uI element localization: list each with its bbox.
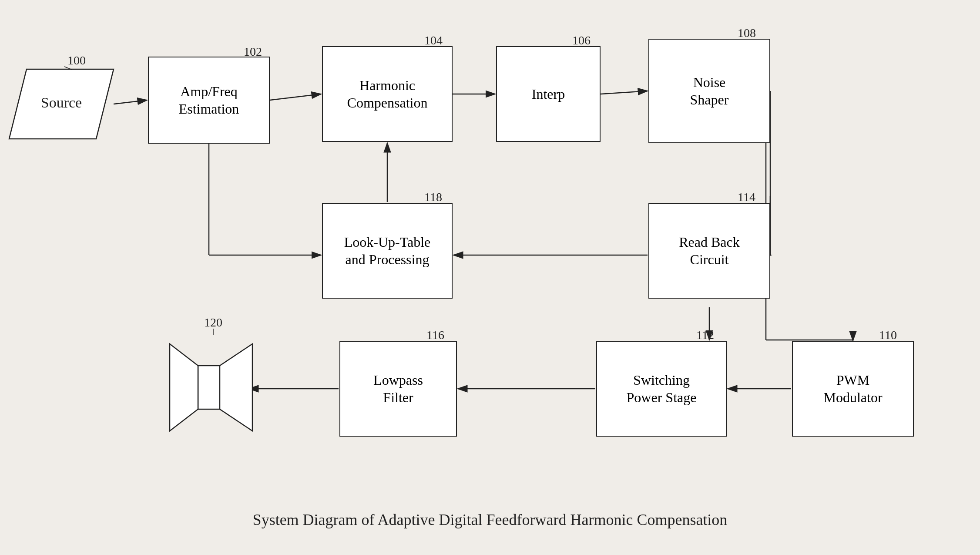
noiseshaper-label: NoiseShaper — [690, 74, 729, 108]
lowpass-num: 116 — [426, 328, 444, 342]
readback-label: Read BackCircuit — [679, 233, 740, 268]
harmonic-num: 104 — [424, 34, 443, 47]
switching-label: SwitchingPower Stage — [627, 371, 697, 406]
lowpass-block: LowpassFilter — [339, 341, 457, 437]
ampfreq-label: Amp/FreqEstimation — [179, 83, 239, 118]
diagram-container: Source 100 120 Amp/FreqEstimation 102 Ha… — [0, 0, 980, 555]
lookup-num: 118 — [424, 190, 442, 204]
interp-label: Interp — [532, 85, 565, 103]
caption-text: System Diagram of Adaptive Digital Feedf… — [253, 511, 728, 528]
svg-line-1 — [114, 100, 147, 104]
harmonic-label: HarmonicCompensation — [347, 77, 428, 111]
noiseshaper-num: 108 — [738, 26, 756, 40]
lowpass-label: LowpassFilter — [373, 371, 423, 406]
noiseshaper-block: NoiseShaper — [648, 39, 770, 143]
interp-block: Interp — [496, 46, 601, 142]
pwm-label: PWMModulator — [823, 371, 882, 406]
switching-block: SwitchingPower Stage — [596, 341, 727, 437]
ampfreq-block: Amp/FreqEstimation — [148, 57, 270, 144]
caption: System Diagram of Adaptive Digital Feedf… — [0, 511, 980, 529]
switching-num: 112 — [696, 328, 714, 342]
ampfreq-num: 102 — [244, 45, 262, 59]
pwm-block: PWMModulator — [792, 341, 914, 437]
lookup-label: Look-Up-Tableand Processing — [344, 233, 431, 268]
interp-num: 106 — [572, 34, 591, 47]
pwm-num: 110 — [879, 328, 897, 342]
lookup-block: Look-Up-Tableand Processing — [322, 203, 453, 299]
harmonic-block: HarmonicCompensation — [322, 46, 453, 142]
connection-lines — [0, 0, 980, 555]
svg-line-2 — [270, 94, 321, 100]
readback-num: 114 — [738, 190, 755, 204]
svg-line-4 — [601, 91, 648, 94]
readback-block: Read BackCircuit — [648, 203, 770, 299]
